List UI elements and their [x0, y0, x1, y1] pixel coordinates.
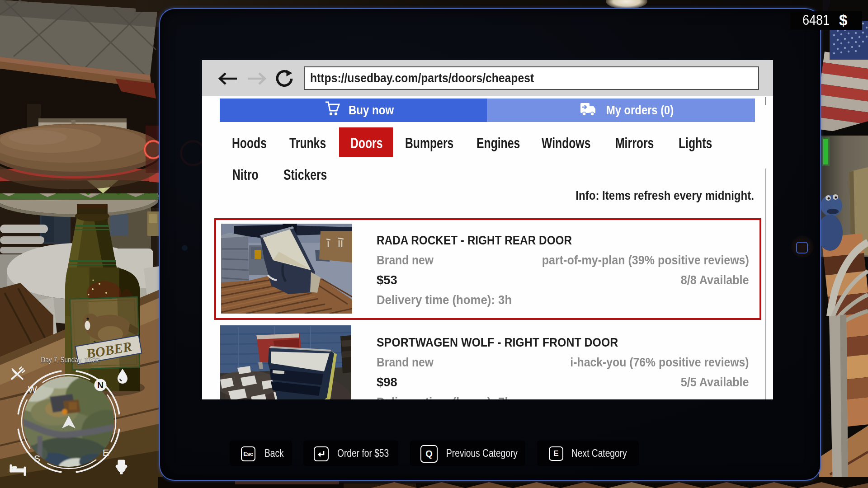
svg-text:E: E [103, 447, 109, 458]
svg-text:S: S [34, 453, 40, 464]
svg-text:W: W [28, 384, 37, 394]
svg-text:N: N [97, 380, 104, 390]
